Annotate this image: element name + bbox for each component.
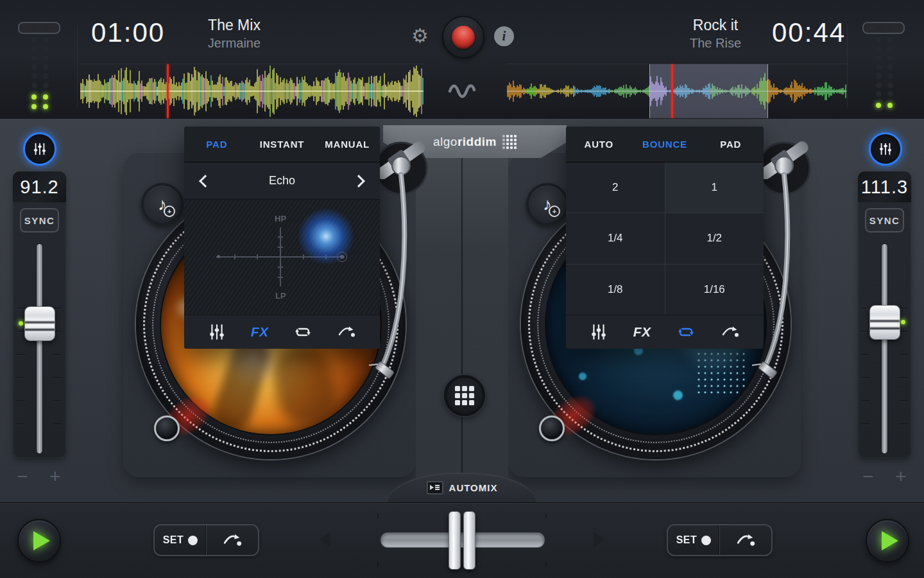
loop-length-grid: 2 1 1/4 1/2 1/8 1/16 — [566, 162, 764, 315]
loop-cell-sixteenth[interactable]: 1/16 — [665, 265, 764, 315]
deck-a-pitch-fader-handle[interactable] — [24, 306, 55, 341]
loop-cell-eighth[interactable]: 1/8 — [566, 265, 665, 315]
deck-a-elapsed-time: 01:00 — [91, 17, 165, 48]
deck-b-vu-cap — [862, 22, 905, 34]
deck-b-bpm-display[interactable]: 111.3 — [858, 171, 911, 202]
mixer-icon[interactable] — [209, 324, 225, 340]
cue-dot-icon — [188, 536, 198, 545]
cue-dot-icon — [701, 536, 711, 545]
deck-b-pitch-minus[interactable]: − — [862, 466, 874, 487]
pitch-bend-icon[interactable] — [338, 324, 355, 340]
deck-b-play-button[interactable] — [866, 519, 909, 563]
deck-a-cue-group: SET — [153, 524, 259, 556]
fx-mode-button[interactable]: FX — [633, 324, 651, 340]
tab-auto[interactable]: AUTO — [566, 139, 632, 150]
info-button[interactable]: i — [494, 26, 514, 46]
deck-b-pitch-zero-led — [901, 320, 905, 324]
plus-badge-icon: + — [164, 206, 175, 217]
deck-a-pitch-fader-track[interactable] — [37, 244, 42, 453]
loop-cell-half[interactable]: 1/2 — [665, 213, 764, 264]
crossfader-handle[interactable] — [449, 511, 475, 570]
fx-panel: PAD INSTANT MANUAL Echo HP LP — [184, 127, 380, 349]
deck-b-pitch-plus[interactable]: + — [895, 466, 907, 487]
deck-a-bend-button[interactable] — [206, 525, 258, 555]
deck-a-vu-cap — [18, 22, 60, 34]
record-button[interactable] — [442, 16, 484, 58]
automix-label: AUTOMIX — [449, 482, 498, 493]
deck-area: algoriddim — [0, 119, 924, 502]
pitch-bend-icon[interactable] — [721, 324, 739, 340]
loop-cell-quarter[interactable]: 1/4 — [566, 213, 665, 264]
deck-b-eq-button[interactable] — [869, 132, 902, 166]
deck-b-pitch-fader-handle[interactable] — [869, 305, 900, 340]
effect-name: Echo — [269, 174, 295, 188]
waveform-mode-icon[interactable] — [448, 82, 476, 100]
deck-b-set-cue-button[interactable]: SET — [668, 525, 719, 555]
top-bar: 01:00 The Mix Jermaine ⚙ i Rock it The R… — [0, 0, 924, 119]
deck-a-playhead — [167, 64, 169, 118]
deck-b-bend-button[interactable] — [719, 525, 771, 555]
crossfade-right-arrow[interactable] — [594, 532, 604, 547]
mixer-icon[interactable] — [590, 324, 607, 340]
prev-effect-chevron-icon[interactable] — [199, 175, 212, 188]
logo-dots-icon — [502, 135, 517, 149]
deck-b-track-title: Rock it — [664, 17, 767, 34]
loop-panel-tabs: AUTO BOUNCE PAD — [566, 127, 764, 162]
deck-a-load-track-button[interactable]: ♪ + — [141, 183, 184, 225]
deck-a-track-artist: Jermaine — [183, 36, 286, 51]
deck-a-bpm-display[interactable]: 91.2 — [13, 171, 66, 202]
library-grid-button[interactable] — [444, 375, 485, 416]
grid-icon — [455, 386, 474, 405]
tab-bounce[interactable]: BOUNCE — [632, 139, 698, 150]
deck-a-vu-meter — [18, 22, 63, 112]
loop-mode-icon-active[interactable] — [677, 324, 695, 340]
deck-b-elapsed-time: 00:44 — [772, 17, 846, 48]
next-effect-chevron-icon[interactable] — [352, 175, 365, 188]
play-icon — [882, 531, 898, 550]
deck-a-sync-button[interactable]: SYNC — [20, 208, 59, 232]
crossfade-left-arrow[interactable] — [320, 532, 330, 547]
fx-effect-selector: Echo — [184, 162, 380, 200]
transport-bar: SET SET — [0, 502, 924, 578]
loop-cell-2[interactable]: 2 — [566, 162, 665, 213]
fx-mode-button[interactable]: FX — [251, 324, 269, 340]
mixer-sliders-icon — [33, 142, 47, 156]
tab-manual[interactable]: MANUAL — [314, 139, 380, 150]
deck-a-play-button[interactable] — [17, 519, 61, 563]
play-icon — [33, 531, 50, 550]
pitch-bend-icon — [736, 532, 755, 548]
deck-a-pitch-column: 91.2 SYNC — [13, 171, 66, 458]
loop-selection-region[interactable] — [649, 64, 768, 118]
deck-b-cue-group: SET — [667, 524, 773, 556]
tab-pad-loop[interactable]: PAD — [697, 139, 764, 150]
deck-b-vu-meter — [862, 22, 907, 112]
deck-a-eq-button[interactable] — [23, 132, 56, 166]
automix-button[interactable]: AUTOMIX — [388, 473, 536, 502]
center-divider — [461, 158, 463, 475]
deck-b-sync-button[interactable]: SYNC — [865, 208, 904, 232]
deck-b-pitch-column: 111.3 SYNC — [858, 171, 911, 458]
deck-a-pitch-plus[interactable]: + — [49, 466, 61, 487]
lp-label: LP — [275, 291, 286, 301]
loop-cell-1[interactable]: 1 — [665, 162, 764, 213]
deck-a-waveform[interactable] — [80, 64, 424, 118]
deck-b-pitch-fader-track[interactable] — [882, 244, 887, 453]
pitch-bend-icon — [223, 532, 242, 548]
deck-b-load-track-button[interactable]: ♪ + — [526, 183, 569, 225]
fx-xy-pad[interactable]: HP LP — [184, 200, 380, 315]
fx-touch-glow — [297, 207, 355, 265]
settings-gear-icon[interactable]: ⚙ — [411, 24, 429, 47]
record-dot-icon — [452, 26, 475, 49]
deck-a-pitch-minus[interactable]: − — [17, 466, 28, 487]
deck-a-track-title: The Mix — [183, 17, 286, 34]
automix-playlist-icon — [427, 481, 443, 495]
deck-a-strobe-lamp[interactable] — [154, 416, 180, 441]
tab-instant[interactable]: INSTANT — [250, 139, 315, 150]
logo-algoriddim: algoriddim — [433, 135, 497, 149]
plus-badge-icon: + — [549, 206, 560, 217]
deck-b-strobe-lamp[interactable] — [539, 416, 565, 441]
loop-mode-icon[interactable] — [294, 324, 312, 340]
deck-a-set-cue-button[interactable]: SET — [155, 525, 206, 555]
tab-pad[interactable]: PAD — [184, 139, 250, 150]
loop-panel: AUTO BOUNCE PAD 2 1 1/4 1/2 1/8 1/16 — [566, 127, 764, 349]
